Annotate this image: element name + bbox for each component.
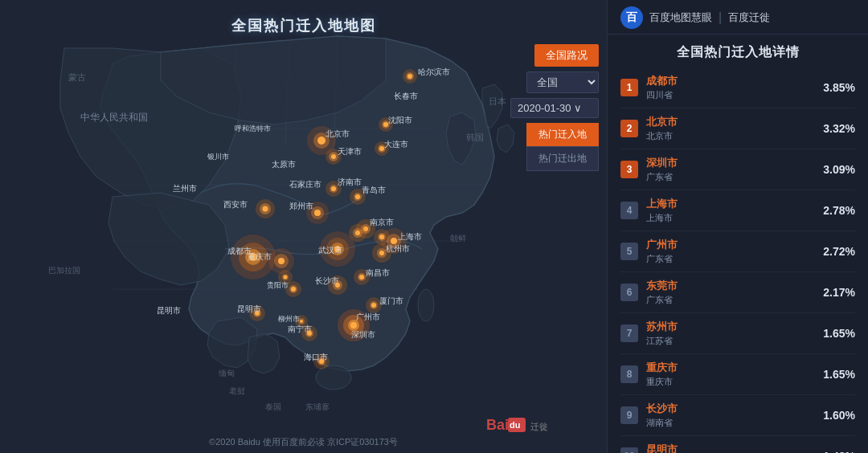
svg-text:迁徙: 迁徙 (530, 422, 548, 431)
svg-text:银川市: 银川市 (207, 153, 229, 161)
rank-percentage: 3.09% (823, 163, 855, 176)
baidu-icon: 百 (620, 6, 643, 29)
svg-text:东埔寨: 东埔寨 (305, 402, 330, 411)
rank-province: 广东省 (646, 253, 823, 265)
svg-point-100 (263, 206, 268, 212)
svg-point-46 (407, 74, 412, 79)
map-controls: 全国路况 全国 2020-01-30 ∨ 热门迁入地 热门迁出地 (510, 44, 599, 171)
rank-province: 重庆市 (646, 376, 823, 388)
svg-text:南昌市: 南昌市 (366, 268, 390, 277)
rank-percentage: 3.32% (823, 122, 855, 135)
rank-province: 湖南省 (646, 417, 823, 429)
svg-text:中华人民共和国: 中华人民共和国 (80, 112, 148, 123)
svg-text:缅甸: 缅甸 (219, 369, 235, 378)
svg-point-58 (331, 186, 336, 191)
rank-percentage: 3.85% (823, 81, 855, 94)
rank-city: 深圳市 (646, 156, 823, 170)
svg-text:南京市: 南京市 (370, 218, 394, 226)
svg-text:石家庄市: 石家庄市 (289, 180, 321, 189)
svg-text:柳州市: 柳州市 (278, 315, 300, 323)
map-title: 全国热门迁入地地图 (231, 16, 376, 35)
svg-text:Bai: Bai (486, 417, 509, 433)
svg-point-94 (284, 275, 288, 280)
svg-text:贵阳市: 贵阳市 (267, 281, 289, 289)
btn-migrate-out[interactable]: 热门迁出地 (526, 146, 599, 171)
region-select[interactable]: 全国 (526, 71, 599, 93)
rank-info: 昆明市 云南省 (646, 443, 823, 453)
panel-logo-text: 百度地图慧眼 (649, 10, 712, 25)
rank-info: 成都市 四川省 (646, 74, 823, 101)
rank-city: 上海市 (646, 197, 823, 211)
rank-number: 7 (620, 324, 638, 342)
svg-text:朝鲜: 朝鲜 (450, 234, 466, 243)
logo-divider: | (719, 10, 722, 25)
rank-item[interactable]: 7 苏州市 江苏省 1.65% (620, 313, 855, 354)
svg-text:武汉市: 武汉市 (318, 246, 342, 255)
rank-item[interactable]: 8 重庆市 重庆市 1.65% (620, 354, 855, 395)
rank-percentage: 1.65% (823, 368, 855, 381)
rank-city: 昆明市 (646, 443, 823, 453)
overview-button[interactable]: 全国路况 (534, 44, 599, 67)
rank-info: 北京市 北京市 (646, 115, 823, 142)
svg-point-40 (350, 322, 357, 329)
rank-item[interactable]: 6 东莞市 广东省 2.17% (620, 272, 855, 313)
rank-item[interactable]: 9 长沙市 湖南省 1.60% (620, 395, 855, 436)
rank-percentage: 2.72% (823, 245, 855, 258)
svg-text:上海市: 上海市 (398, 232, 422, 241)
right-panel: 百 百度地图慧眼 | 百度迁徙 全国热门迁入地详情 1 成都市 四川省 3.85… (607, 0, 868, 453)
svg-text:昆明市: 昆明市 (157, 306, 181, 315)
svg-text:天津市: 天津市 (338, 147, 362, 156)
svg-point-9 (418, 289, 434, 321)
rank-percentage: 1.60% (823, 409, 855, 422)
rank-info: 重庆市 重庆市 (646, 361, 823, 388)
svg-text:昆明市: 昆明市 (237, 304, 261, 313)
rank-info: 长沙市 湖南省 (646, 402, 823, 429)
svg-text:日本: 日本 (489, 96, 506, 106)
svg-text:青岛市: 青岛市 (362, 186, 386, 194)
svg-point-103 (355, 231, 360, 235)
rank-number: 2 (620, 120, 638, 137)
rank-number: 1 (620, 79, 638, 96)
rank-city: 苏州市 (646, 320, 823, 334)
map-footer: ©2020 Baidu 使用百度前必读 京ICP证030173号 (209, 436, 398, 448)
svg-point-36 (317, 137, 326, 145)
svg-text:兰州市: 兰州市 (173, 184, 197, 193)
svg-text:南宁市: 南宁市 (288, 324, 312, 333)
ranking-list: 1 成都市 四川省 3.85% 2 北京市 北京市 3.32% 3 深圳市 广东… (608, 67, 868, 453)
rank-item[interactable]: 3 深圳市 广东省 3.09% (620, 149, 855, 190)
date-picker[interactable]: 2020-01-30 ∨ (510, 98, 599, 118)
btn-migrate-in[interactable]: 热门迁入地 (526, 123, 599, 146)
rank-item[interactable]: 10 昆明市 云南省 1.48% (620, 436, 855, 453)
svg-text:长沙市: 长沙市 (315, 276, 339, 285)
rank-item[interactable]: 1 成都市 四川省 3.85% (620, 67, 855, 108)
rank-item[interactable]: 2 北京市 北京市 3.32% (620, 108, 855, 149)
rank-number: 5 (620, 243, 638, 260)
rank-city: 长沙市 (646, 402, 823, 416)
panel-logo: 百 百度地图慧眼 | 百度迁徙 (620, 6, 770, 29)
svg-text:太原市: 太原市 (272, 160, 296, 169)
toggle-group: 热门迁入地 热门迁出地 (526, 123, 599, 171)
rank-province: 北京市 (646, 130, 823, 142)
svg-text:沈阳市: 沈阳市 (388, 116, 412, 124)
svg-text:哈尔滨市: 哈尔滨市 (418, 67, 450, 76)
rank-info: 深圳市 广东省 (646, 156, 823, 183)
rank-city: 成都市 (646, 74, 823, 88)
rank-percentage: 1.65% (823, 327, 855, 340)
rank-percentage: 1.48% (823, 450, 855, 453)
svg-point-76 (359, 275, 364, 280)
svg-text:海口市: 海口市 (304, 353, 328, 361)
svg-point-73 (371, 303, 376, 308)
rank-item[interactable]: 4 上海市 上海市 2.78% (620, 190, 855, 231)
svg-text:长春市: 长春市 (394, 92, 418, 100)
svg-point-97 (300, 320, 303, 323)
svg-text:西安市: 西安市 (223, 200, 248, 209)
svg-text:杭州市: 杭州市 (385, 244, 410, 253)
rank-province: 广东省 (646, 294, 823, 306)
svg-text:韩国: 韩国 (466, 133, 484, 142)
rank-province: 江苏省 (646, 335, 823, 347)
rank-number: 6 (620, 284, 638, 301)
rank-info: 苏州市 江苏省 (646, 320, 823, 347)
rank-item[interactable]: 5 广州市 广东省 2.72% (620, 231, 855, 272)
svg-text:呼和浩特市: 呼和浩特市 (235, 124, 271, 133)
svg-point-88 (379, 235, 384, 239)
